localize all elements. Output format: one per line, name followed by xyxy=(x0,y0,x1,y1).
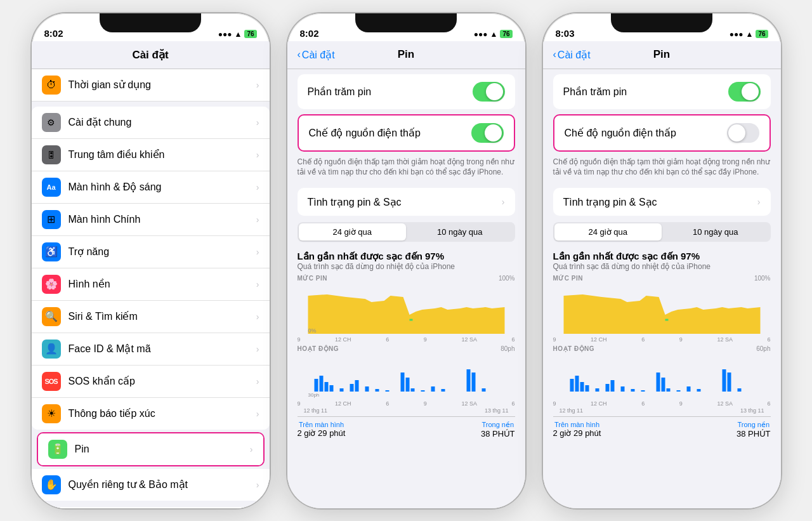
nav-title-1: Cài đặt xyxy=(132,48,168,62)
60ph: 60ph xyxy=(756,345,770,352)
list-item[interactable]: ♿ Trợ năng › xyxy=(32,236,270,268)
tinh-trang-row-3[interactable]: Tình trạng pin & Sạc › xyxy=(553,188,771,216)
phan-tram-toggle[interactable] xyxy=(473,82,505,102)
svg-rect-39 xyxy=(686,386,690,392)
background-value-3: 38 PHÚT xyxy=(737,429,770,439)
screen-usage-2: Trên màn hình 2 giờ 29 phút Trong nền 38… xyxy=(287,417,525,441)
100-percent: 100% xyxy=(499,275,515,282)
tinh-trang-row[interactable]: Tình trạng pin & Sạc › xyxy=(298,188,515,216)
tab-24h[interactable]: 24 giờ qua xyxy=(299,223,407,241)
chevron-icon: › xyxy=(256,247,259,257)
svg-rect-26 xyxy=(575,376,579,392)
toggle-thumb xyxy=(486,83,503,100)
charge-sub-3: Quá trình sạc đã dừng do nhiệt độ của iP… xyxy=(553,262,771,271)
item-label: Face ID & Mật mã xyxy=(69,343,256,355)
che-do-toggle-off[interactable] xyxy=(727,123,759,143)
muc-pin-label-3: MỨC PIN xyxy=(553,275,584,282)
on-screen-item-3: Trên màn hình 2 giờ 29 phút xyxy=(553,421,601,439)
che-do-label-3: Chế độ nguồn điện thấp xyxy=(565,127,676,139)
charge-sub-2: Quá trình sạc đã dừng do nhiệt độ của iP… xyxy=(298,262,515,271)
charge-title-2: Lần gần nhất được sạc đến 97% xyxy=(298,251,515,262)
svg-rect-20 xyxy=(471,373,475,392)
svg-rect-15 xyxy=(410,388,414,392)
time-3: 8:03 xyxy=(556,28,575,39)
chevron-icon: › xyxy=(250,444,253,454)
time-label: 12 CH xyxy=(591,336,607,343)
list-item[interactable]: 🔍 Siri & Tìm kiếm › xyxy=(32,301,270,333)
list-item[interactable]: ✋ Quyền riêng tư & Bảo mật › xyxy=(32,469,270,501)
act-label: 6 xyxy=(767,400,770,407)
nav-bar-3: ‹ Cài đặt Pin xyxy=(543,41,781,69)
list-item[interactable]: SOS SOS khẩn cấp › xyxy=(32,366,270,398)
muc-pin-label-2: MỨC PIN xyxy=(298,275,328,282)
appstore-item[interactable]: 🅰 App Store › xyxy=(32,507,270,508)
toggle-thumb xyxy=(728,124,745,142)
background-label: Trong nền xyxy=(481,421,514,429)
tinh-trang-section: Tình trạng pin & Sạc › xyxy=(298,188,515,216)
svg-rect-8 xyxy=(350,384,353,392)
phone-2: 8:02 ●●● ▲ 76 ‹ Cài đặt Pin Phần trăm pi… xyxy=(287,13,525,508)
svg-rect-12 xyxy=(385,390,389,392)
list-item[interactable]: 🎛 Trung tâm điều khiển › xyxy=(32,139,270,171)
tab-switcher-2: 24 giờ qua 10 ngày qua xyxy=(298,222,515,242)
che-do-row: Chế độ nguồn điện thấp xyxy=(299,115,514,150)
list-item[interactable]: ⊞ Màn hình Chính › xyxy=(32,204,270,236)
time-label: 6 xyxy=(511,336,514,343)
che-do-label: Chế độ nguồn điện thấp xyxy=(309,127,421,139)
phone-1: 8:02 ●●● ▲ 76 Cài đặt ⏱ Thời gian sử dụn… xyxy=(32,13,270,508)
act-label: 12 CH xyxy=(591,400,607,407)
svg-rect-36 xyxy=(661,378,665,392)
svg-text:0%: 0% xyxy=(308,327,316,334)
che-do-toggle-on[interactable] xyxy=(471,123,504,143)
hoat-dong-label-3: HOẠT ĐỘNG xyxy=(553,345,595,352)
phone-3: 8:03 ●●● ▲ 76 ‹ Cài đặt Pin Phần trăm pi… xyxy=(543,13,781,508)
battery-badge-1: 76 xyxy=(244,30,256,38)
list-item[interactable]: ⏱ Thời gian sử dụng › xyxy=(32,69,270,101)
phan-tram-label: Phần trăm pin xyxy=(308,86,372,98)
pin-item[interactable]: 🔋 Pin › xyxy=(38,433,263,465)
wifi-icon: ▲ xyxy=(745,30,753,39)
on-screen-item: Trên màn hình 2 giờ 29 phút xyxy=(298,421,346,439)
item-label: Trợ năng xyxy=(69,246,256,258)
list-item[interactable]: 👤 Face ID & Mật mã › xyxy=(32,333,270,366)
che-do-desc-2: Chế độ nguồn điện thấp tạm thời giảm hoạ… xyxy=(287,154,525,183)
item-label: Quyền riêng tư & Bảo mật xyxy=(69,478,256,491)
back-arrow-icon: ‹ xyxy=(298,49,301,60)
nav-bar-1: Cài đặt xyxy=(32,41,270,69)
toggle-thumb xyxy=(485,124,502,142)
phan-tram-toggle-3[interactable] xyxy=(728,82,761,102)
date-label: 13 thg 11 xyxy=(740,407,764,414)
act-label: 6 xyxy=(511,400,514,407)
list-item[interactable]: ⚙ Cài đặt chung › xyxy=(32,107,270,139)
battery-top-section-3: Phần trăm pin xyxy=(553,74,771,109)
item-label: Màn hình Chính xyxy=(69,214,256,225)
background-item: Trong nền 38 PHÚT xyxy=(481,421,514,439)
list-item[interactable]: ☀ Thông báo tiếp xúc › xyxy=(32,398,270,430)
svg-rect-28 xyxy=(585,385,589,392)
back-button-3[interactable]: ‹ Cài đặt xyxy=(553,49,591,61)
tab-10d[interactable]: 10 ngày qua xyxy=(406,223,514,241)
svg-rect-27 xyxy=(580,382,584,392)
battery-badge-3: 76 xyxy=(756,30,768,38)
display-icon: Aa xyxy=(42,178,61,197)
tab-10d-3[interactable]: 10 ngày qua xyxy=(662,223,769,241)
svg-rect-41 xyxy=(722,369,726,392)
status-icons-3: ●●● ▲ 76 xyxy=(730,30,768,39)
chevron-icon: › xyxy=(256,480,259,490)
back-button-2[interactable]: ‹ Cài đặt xyxy=(298,49,335,61)
signal-icon: ●●● xyxy=(730,30,743,39)
svg-rect-43 xyxy=(737,388,741,392)
phan-tram-label-3: Phần trăm pin xyxy=(563,86,627,98)
wifi-icon: ▲ xyxy=(234,30,242,39)
list-item[interactable]: Aa Màn hình & Độ sáng › xyxy=(32,171,270,204)
svg-rect-19 xyxy=(466,369,470,392)
battery-badge-2: 76 xyxy=(500,30,512,38)
chevron-icon: › xyxy=(502,197,505,207)
chevron-icon: › xyxy=(256,312,259,322)
tab-24h-3[interactable]: 24 giờ qua xyxy=(554,223,662,241)
charge-title-3: Lần gần nhất được sạc đến 97% xyxy=(553,251,771,262)
svg-rect-7 xyxy=(339,388,343,392)
list-item[interactable]: 🌸 Hình nền › xyxy=(32,268,270,301)
signal-icon: ●●● xyxy=(218,30,232,39)
svg-rect-31 xyxy=(610,380,614,392)
